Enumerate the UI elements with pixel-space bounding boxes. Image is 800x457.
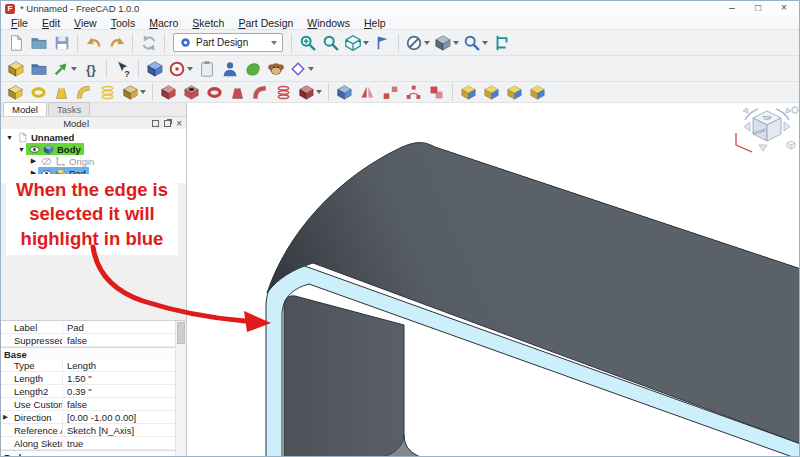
create-group-button[interactable] [27,59,50,79]
expression-button[interactable] [79,59,102,79]
axonometric-view-button[interactable] [342,33,371,53]
menu-view[interactable]: View [67,17,104,29]
draw-style-button[interactable] [403,33,432,53]
close-panel-icon[interactable]: × [176,120,182,127]
property-row-along-sketc-[interactable]: Along Sketc...true [1,437,186,450]
navcube-menu-circle[interactable] [792,107,798,113]
pocket-button[interactable] [157,82,180,102]
fillet-button[interactable] [333,82,356,102]
navcube-left-arrow[interactable] [744,122,750,131]
pad-button[interactable] [4,82,27,102]
navcube-mini-cube[interactable] [787,141,795,149]
property-value[interactable]: 0.39 " [62,386,186,397]
maximize-button[interactable]: □ [747,2,769,15]
additive-loft-button[interactable] [50,82,73,102]
property-group-header[interactable]: Pad [1,450,186,456]
create-body-button[interactable] [143,59,166,79]
boolean-union-button[interactable] [457,82,480,102]
menu-help[interactable]: Help [357,17,393,29]
fit-selection-button[interactable] [319,33,342,53]
sync-view-button[interactable] [371,33,394,53]
measure-button[interactable] [490,33,513,53]
mirrored-button[interactable] [356,82,379,102]
whats-this-button[interactable] [111,59,134,79]
menu-tools[interactable]: Tools [104,17,143,29]
property-value[interactable]: false [62,399,186,410]
tab-tasks[interactable]: Tasks [48,102,90,116]
boolean-xor-button[interactable] [526,82,549,102]
property-row-use-custom-[interactable]: Use Custom...false [1,398,186,411]
minimize-button[interactable]: – [721,2,743,15]
property-row-length[interactable]: Length1.50 " [1,372,186,385]
appearance-button[interactable] [432,33,461,53]
create-part-button[interactable] [4,59,27,79]
property-row-reference-a-[interactable]: Reference A...Sketch [N_Axis] [1,424,186,437]
polar-pattern-button[interactable] [402,82,425,102]
additive-helix-button[interactable] [96,82,119,102]
hole-button[interactable] [180,82,203,102]
tree-item-body[interactable]: Body [26,143,84,155]
new-file-button[interactable] [4,33,27,53]
edit-sketch-button[interactable] [195,59,218,79]
tree-item-origin[interactable]: Origin [38,155,97,167]
property-value[interactable]: [0.00 -1.00 0.00] [62,412,186,423]
validate-sketch-button[interactable] [241,59,264,79]
additive-primitive-button[interactable] [119,82,148,102]
property-row-direction[interactable]: ▶Direction[0.00 -1.00 0.00] [1,411,186,424]
workbench-selector[interactable]: Part Design [173,33,283,52]
tab-model[interactable]: Model [3,102,47,116]
scrollbar-thumb[interactable] [177,322,185,344]
property-row-label[interactable]: LabelPad [1,321,186,334]
boolean-cut-button[interactable] [480,82,503,102]
menu-macro[interactable]: Macro [142,17,185,29]
make-link-button[interactable] [50,59,79,79]
tree-row-unnamed[interactable]: ▼Unnamed [1,131,186,143]
expand-arrow-icon[interactable]: ▶ [29,157,38,165]
selection-view-button[interactable] [461,33,490,53]
menu-sketch[interactable]: Sketch [185,17,231,29]
multitransform-button[interactable] [425,82,448,102]
property-row-type[interactable]: TypeLength [1,359,186,372]
menu-part-design[interactable]: Part Design [231,17,300,29]
fit-all-button[interactable] [296,33,319,53]
property-row-length2[interactable]: Length20.39 " [1,385,186,398]
menu-file[interactable]: File [4,17,35,29]
navcube-right-arrow[interactable] [784,122,790,131]
property-group-header[interactable]: Base [1,347,186,359]
navigation-cube[interactable]: TOP FRONT [736,107,798,152]
menu-edit[interactable]: Edit [35,17,67,29]
tree-item-unnamed[interactable]: Unnamed [14,131,77,143]
groove-button[interactable] [203,82,226,102]
float-panel-icon[interactable] [152,120,159,127]
create-datum-button[interactable] [287,59,316,79]
open-file-button[interactable] [27,33,50,53]
property-value[interactable]: Length [62,360,186,371]
model-leg-face[interactable] [284,296,423,457]
3d-model-canvas[interactable]: TOP FRONT [187,103,800,457]
property-scrollbar[interactable] [175,321,186,456]
undo-button[interactable] [82,33,105,53]
expand-arrow-icon[interactable]: ▶ [1,413,10,421]
property-value[interactable]: 1.50 " [62,373,186,384]
close-button[interactable]: × [773,2,795,15]
property-value[interactable]: Sketch [N_Axis] [62,425,186,436]
property-value[interactable]: true [62,438,186,449]
boolean-intersect-button[interactable] [503,82,526,102]
collapse-arrow-icon[interactable]: ▼ [17,146,26,153]
menu-windows[interactable]: Windows [300,17,357,29]
redo-button[interactable] [105,33,128,53]
subtractive-loft-button[interactable] [226,82,249,102]
create-sketch-button[interactable] [166,59,195,79]
subtractive-primitive-button[interactable] [295,82,324,102]
collapse-arrow-icon[interactable]: ▼ [5,134,14,141]
subtractive-helix-button[interactable] [272,82,295,102]
linear-pattern-button[interactable] [379,82,402,102]
tree-row-body[interactable]: ▼Body [1,143,186,155]
navcube-down-arrow[interactable] [759,145,767,151]
property-value[interactable]: false [62,335,186,346]
3d-viewport[interactable]: TOP FRONT [187,103,799,456]
additive-pipe-button[interactable] [73,82,96,102]
property-value[interactable]: Pad [62,322,186,333]
revolution-button[interactable] [27,82,50,102]
refresh-button[interactable] [137,33,160,53]
